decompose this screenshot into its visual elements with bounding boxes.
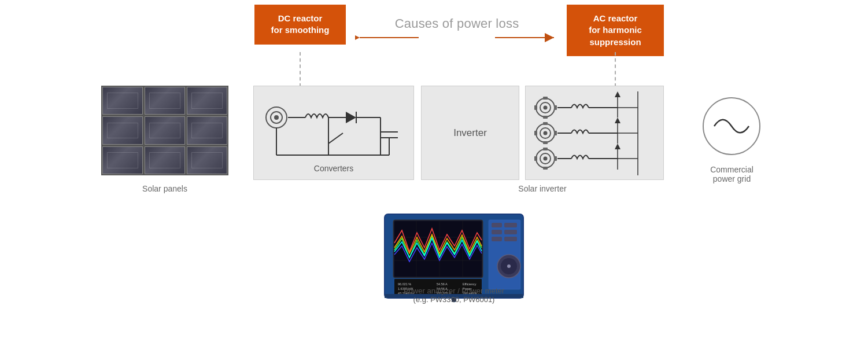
svg-point-26 <box>544 106 548 110</box>
svg-marker-9 <box>346 112 356 123</box>
solar-cell <box>102 116 143 144</box>
main-diagram: DC reactor for smoothing AC reactor for … <box>0 0 868 364</box>
analyzer-label-container: Power analyzer / Power meter (e.g. PW339… <box>379 286 529 304</box>
sine-wave-icon <box>711 115 752 138</box>
dashed-line-dc <box>300 52 301 87</box>
solar-cell <box>102 87 143 115</box>
svg-rect-83 <box>492 230 502 234</box>
commercial-grid-label: Commercial power grid <box>690 165 774 183</box>
ac-reactor-line2: for harmonic <box>589 25 642 35</box>
svg-rect-29 <box>534 105 537 110</box>
svg-marker-34 <box>615 91 620 97</box>
arrow-right-icon <box>495 32 559 43</box>
solar-panels-grid <box>101 86 228 175</box>
solar-cell <box>187 87 227 115</box>
causes-label: Causes of power loss <box>353 16 561 31</box>
svg-rect-81 <box>492 223 502 227</box>
solar-panels-label: Solar panels <box>101 184 228 193</box>
svg-marker-56 <box>615 144 620 149</box>
ac-reactor-line1: AC reactor <box>593 13 638 23</box>
svg-rect-86 <box>504 237 517 241</box>
analyzer-label-line2: (e.g. PW3390, PW6001) <box>379 295 529 304</box>
svg-marker-45 <box>615 117 620 123</box>
svg-rect-39 <box>543 141 548 144</box>
svg-rect-40 <box>534 131 537 135</box>
svg-line-15 <box>328 133 343 144</box>
svg-rect-41 <box>554 131 557 135</box>
dc-reactor-line1: DC reactor <box>278 13 323 23</box>
solar-cell <box>145 116 185 144</box>
svg-text:Converters: Converters <box>314 164 353 173</box>
solar-cell <box>187 116 227 144</box>
svg-rect-52 <box>554 156 557 161</box>
svg-point-89 <box>507 264 511 268</box>
svg-rect-28 <box>543 116 548 119</box>
ac-reactor-circuit-svg <box>525 86 664 180</box>
svg-text:Efficiency: Efficiency <box>463 282 477 286</box>
svg-rect-49 <box>543 148 548 150</box>
ac-reactor-box: AC reactor for harmonic suppression <box>567 5 664 56</box>
svg-rect-85 <box>492 237 502 241</box>
arrow-left-icon <box>355 32 419 43</box>
svg-text:54.56 A: 54.56 A <box>437 282 448 286</box>
analyzer-label-line1: Power analyzer / Power meter <box>379 286 529 295</box>
svg-text:96.021 %: 96.021 % <box>398 282 411 286</box>
solar-inverter-label: Solar inverter <box>421 184 664 193</box>
svg-point-37 <box>544 131 548 135</box>
solar-cell <box>145 87 185 115</box>
svg-rect-50 <box>543 167 548 170</box>
solar-cell <box>102 146 143 174</box>
dc-reactor-box: DC reactor for smoothing <box>254 5 346 45</box>
causes-text: Causes of power loss <box>395 16 519 31</box>
solar-cell <box>145 146 185 174</box>
commercial-grid-circle <box>703 97 760 155</box>
svg-rect-51 <box>534 156 537 161</box>
svg-point-48 <box>544 157 548 161</box>
svg-rect-38 <box>543 122 548 125</box>
svg-rect-27 <box>543 97 548 100</box>
dc-reactor-line2: for smoothing <box>271 25 330 35</box>
svg-rect-84 <box>504 230 517 234</box>
inverter-label: Inverter <box>421 127 519 139</box>
ac-reactor-line3: suppression <box>589 37 641 47</box>
solar-cell <box>187 146 227 174</box>
dashed-line-ac <box>615 52 616 87</box>
svg-point-6 <box>274 115 279 120</box>
converters-circuit-svg: Converters <box>253 86 414 180</box>
svg-rect-30 <box>554 105 557 110</box>
svg-rect-82 <box>504 223 517 227</box>
